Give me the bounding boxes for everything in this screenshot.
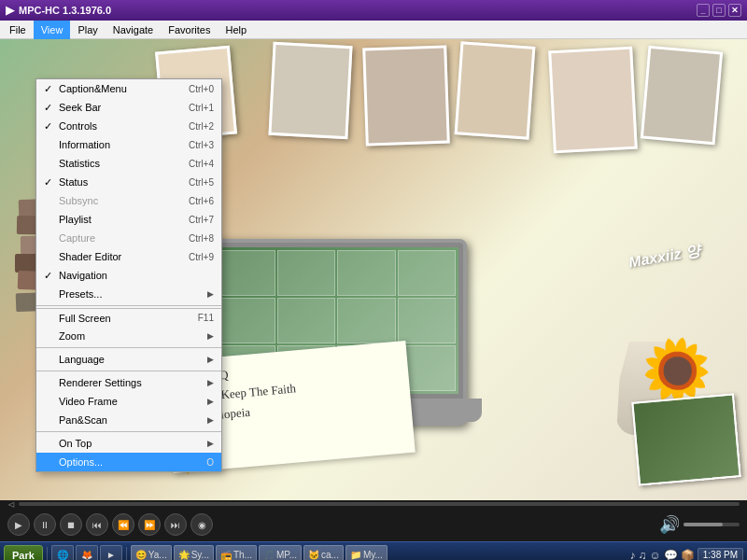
play-button[interactable]: ▶: [7, 513, 30, 536]
volume-bar[interactable]: [684, 523, 740, 526]
taskbar-sy[interactable]: 🌟 Sy...: [174, 545, 214, 561]
menu-presets[interactable]: Presets... ▶: [36, 285, 221, 303]
menu-video-frame[interactable]: Video Frame ▶: [36, 392, 221, 411]
menu-information[interactable]: Information Ctrl+3: [36, 135, 221, 154]
menu-pan-scan[interactable]: Pan&Scan ▶: [36, 411, 221, 429]
laptop-cell-6: [277, 298, 336, 343]
laptop-cell-8: [398, 298, 457, 343]
laptop-cell-3: [337, 250, 396, 296]
prev-button[interactable]: ⏮: [86, 513, 108, 536]
taskbar-firefox-icon[interactable]: 🦊: [76, 545, 98, 561]
arrow-panscan: ▶: [207, 415, 214, 425]
th-icon: 📻: [220, 550, 232, 560]
label-nav: Navigation: [59, 270, 214, 281]
start-button[interactable]: Park: [4, 545, 43, 561]
taskbar-mp[interactable]: 🎵 MP...: [259, 545, 302, 561]
taskbar-ya[interactable]: 😊 Ya...: [131, 545, 172, 561]
taskbar-sep-1: [47, 547, 48, 561]
window-title: MPC-HC 1.3.1976.0: [19, 5, 111, 16]
volume-area: 🔊: [659, 514, 740, 535]
label-shader: Shader Editor: [59, 251, 189, 262]
start-label: Park: [12, 550, 35, 561]
mp-icon: 🎵: [263, 550, 275, 560]
shortcut-capture: Ctrl+8: [189, 233, 214, 244]
photo-frame-5: [548, 47, 638, 154]
ca-icon: 🐱: [308, 550, 319, 560]
stop-button[interactable]: ⏹: [60, 513, 82, 536]
menu-controls[interactable]: ✓ Controls Ctrl+2: [36, 117, 221, 135]
arrow-renderer: ▶: [207, 378, 214, 387]
menu-navigate[interactable]: Navigate: [106, 21, 161, 39]
menu-renderer-settings[interactable]: Renderer Settings ▶: [36, 373, 221, 392]
forward-button[interactable]: ⏩: [138, 513, 161, 536]
maximize-button[interactable]: □: [712, 4, 726, 17]
laptop-cell-4: [398, 250, 457, 296]
label-status: Status: [59, 176, 189, 188]
menu-bar: File View Play Navigate Favorites Help: [0, 21, 747, 39]
label-fullscreen: Full Screen: [59, 313, 198, 324]
label-renderer: Renderer Settings: [59, 377, 207, 388]
shortcut-subsync: Ctrl+6: [189, 196, 214, 206]
tray-music-2: ♫: [638, 549, 646, 561]
menu-status[interactable]: ✓ Status Ctrl+5: [36, 173, 221, 191]
shortcut-status: Ctrl+5: [189, 177, 214, 188]
menu-capture: Capture Ctrl+8: [36, 229, 221, 247]
menu-navigation[interactable]: ✓ Navigation: [36, 266, 221, 285]
laptop-cell-2: [277, 250, 336, 296]
check-caption: ✓: [44, 83, 59, 95]
sy-label: Sy...: [191, 550, 209, 560]
label-presets: Presets...: [59, 288, 207, 300]
laptop-cell-1: [217, 250, 275, 296]
ca-label: ca...: [321, 550, 339, 560]
menu-full-screen[interactable]: Full Screen F11: [36, 308, 221, 327]
ie-icon: 🌐: [57, 550, 68, 560]
th-label: Th...: [233, 550, 252, 560]
separator-4: [36, 431, 221, 432]
menu-file[interactable]: File: [2, 21, 34, 39]
ya-label: Ya...: [148, 550, 167, 560]
photo-collage-bottom: [631, 393, 740, 485]
menu-zoom[interactable]: Zoom ▶: [36, 327, 221, 345]
menu-statistics[interactable]: Statistics Ctrl+4: [36, 154, 221, 173]
menu-seek-bar[interactable]: ✓ Seek Bar Ctrl+1: [36, 98, 221, 117]
tray-chat: 💬: [664, 549, 678, 561]
taskbar-tray: ♪ ♫ ☺ 💬 📦 1:38 PM: [629, 548, 743, 560]
close-button[interactable]: ✕: [728, 4, 741, 17]
label-options: Options...: [59, 456, 206, 468]
tray-music-1: ♪: [629, 549, 635, 561]
seek-icon: ⊲: [7, 499, 15, 510]
pause-button[interactable]: ⏸: [34, 513, 56, 536]
taskbar-my[interactable]: 📁 My...: [345, 545, 388, 561]
shortcut-stats: Ctrl+4: [189, 159, 214, 169]
menu-on-top[interactable]: On Top ▶: [36, 434, 221, 453]
menu-language[interactable]: Language ▶: [36, 350, 221, 369]
menu-playlist[interactable]: Playlist Ctrl+7: [36, 210, 221, 229]
taskbar-ie-icon[interactable]: 🌐: [51, 545, 74, 561]
my-icon: 📁: [350, 550, 361, 560]
taskbar-arrow[interactable]: ►: [100, 545, 122, 561]
shortcut-playlist: Ctrl+7: [189, 215, 214, 225]
menu-options[interactable]: Options... O: [36, 453, 221, 471]
menu-help[interactable]: Help: [218, 21, 254, 39]
menu-favorites[interactable]: Favorites: [161, 21, 218, 39]
menu-shader-editor[interactable]: Shader Editor Ctrl+9: [36, 247, 221, 266]
label-subsync: Subsync: [59, 195, 189, 206]
menu-play[interactable]: Play: [70, 21, 105, 39]
check-status: ✓: [44, 176, 59, 189]
taskbar-th[interactable]: 📻 Th...: [216, 545, 257, 561]
seek-bar[interactable]: [19, 502, 740, 506]
record-button[interactable]: ◉: [190, 513, 213, 536]
minimize-button[interactable]: _: [697, 4, 710, 17]
rewind-button[interactable]: ⏪: [112, 513, 134, 536]
next-button[interactable]: ⏭: [164, 513, 187, 536]
menu-view[interactable]: View: [34, 21, 71, 39]
shortcut-controls: Ctrl+2: [189, 121, 214, 132]
label-ontop: On Top: [59, 438, 207, 449]
my-label: My...: [363, 550, 383, 560]
label-stats: Statistics: [59, 158, 189, 169]
sy-icon: 🌟: [178, 550, 190, 560]
taskbar-ca[interactable]: 🐱 ca...: [303, 545, 344, 561]
menu-caption-menu[interactable]: ✓ Caption&Menu Ctrl+0: [36, 79, 221, 98]
volume-icon: 🔊: [659, 514, 680, 535]
taskbar-sep-2: [126, 547, 127, 561]
